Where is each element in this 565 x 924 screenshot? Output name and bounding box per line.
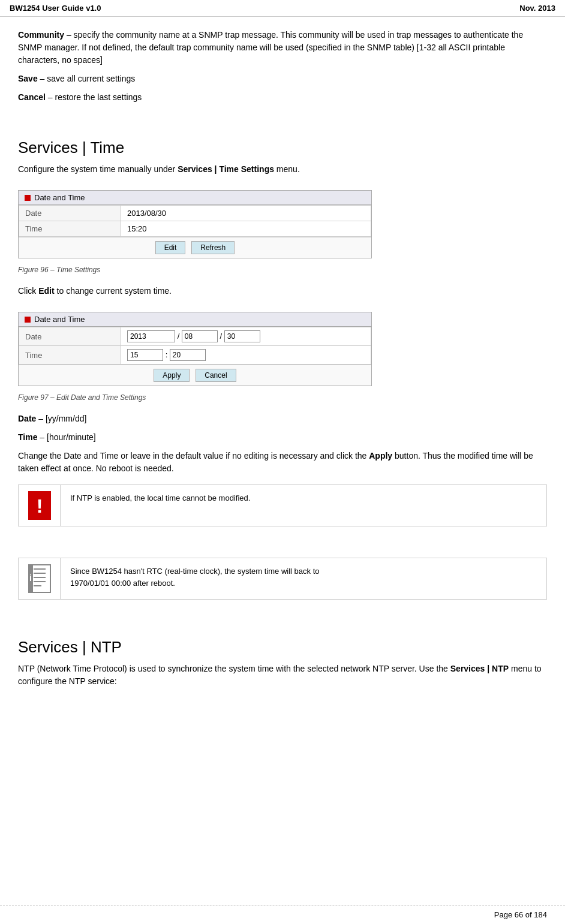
date-day-input[interactable] xyxy=(224,330,260,342)
click-edit-bold: Edit xyxy=(38,286,54,296)
info-text-line2: 1970/01/01 00:00 after reboot. xyxy=(70,579,175,588)
change-text1: Change the Date and Time or leave in the… xyxy=(18,451,369,461)
services-ntp-heading: Services | NTP xyxy=(18,638,547,657)
figure-97-icon xyxy=(25,317,31,323)
edit-date-label: Date xyxy=(19,327,121,346)
save-paragraph: Save – save all current settings xyxy=(18,73,547,85)
edit-time-label: Time xyxy=(19,346,121,365)
date-text: – [yy/mm/dd] xyxy=(36,414,86,423)
warning-icon-cell: ! xyxy=(19,485,61,526)
figure-96-table: Date 2013/08/30 Time 15:20 xyxy=(19,205,371,237)
svg-text:i: i xyxy=(29,573,32,583)
figure-97-title: Date and Time xyxy=(34,315,85,324)
page-number: Page 66 of 184 xyxy=(494,910,547,919)
date-bold: Date xyxy=(18,414,36,423)
community-paragraph: Community – specify the community name a… xyxy=(18,29,547,67)
cancel-label: Cancel xyxy=(18,92,46,102)
intro-text: Configure the system time manually under xyxy=(18,164,178,174)
figure-96: Date and Time Date 2013/08/30 Time 15:20… xyxy=(18,190,372,258)
time-text: – [hour/minute] xyxy=(37,432,95,442)
table-row: Time : xyxy=(19,346,371,365)
date-month-input[interactable] xyxy=(182,330,218,342)
community-text: – specify the community name at a SNMP t… xyxy=(18,30,523,65)
click-edit-paragraph: Click Edit to change current system time… xyxy=(18,285,547,297)
figure-96-title: Date and Time xyxy=(34,193,85,202)
date-description: Date – [yy/mm/dd] xyxy=(18,413,547,425)
intro-end: menu. xyxy=(274,164,300,174)
info-note-box: i Since BW1254 hasn't RTC (real-time clo… xyxy=(18,558,547,600)
figure-96-header: Date and Time xyxy=(19,191,371,205)
edit-button[interactable]: Edit xyxy=(155,241,186,254)
figure-97: Date and Time Date / / Time : xyxy=(18,312,372,386)
time-minute-input[interactable] xyxy=(170,349,206,361)
figure-96-caption: Figure 96 – Time Settings xyxy=(18,264,547,275)
warning-note-box: ! If NTP is enabled, the local time cann… xyxy=(18,484,547,526)
figure-97-table: Date / / Time : xyxy=(19,327,371,365)
fig97-cancel-button[interactable]: Cancel xyxy=(196,369,236,382)
page-header: BW1254 User Guide v1.0 Nov. 2013 xyxy=(0,0,565,17)
svg-text:!: ! xyxy=(36,495,43,517)
services-ntp-intro: NTP (Network Time Protocol) is used to s… xyxy=(18,663,547,688)
intro-bold: Services | Time Settings xyxy=(178,164,274,174)
warning-text: If NTP is enabled, the local time cannot… xyxy=(61,485,260,526)
table-row: Date 2013/08/30 xyxy=(19,206,371,221)
ntp-text1: NTP (Network Time Protocol) is used to s… xyxy=(18,664,450,673)
community-label: Community xyxy=(18,30,64,40)
edit-time-inputs: : xyxy=(121,346,371,365)
cancel-text: – restore the last settings xyxy=(46,92,142,102)
figure-97-buttons: Apply Cancel xyxy=(19,365,371,386)
refresh-button[interactable]: Refresh xyxy=(191,241,235,254)
info-icon-cell: i xyxy=(19,558,61,599)
time-value-cell: 15:20 xyxy=(121,221,371,237)
time-label-cell: Time xyxy=(19,221,121,237)
figure-96-buttons: Edit Refresh xyxy=(19,237,371,258)
info-icon: i xyxy=(28,564,51,593)
info-text: Since BW1254 hasn't RTC (real-time clock… xyxy=(61,558,329,599)
change-paragraph: Change the Date and Time or leave in the… xyxy=(18,450,547,475)
date-year-input[interactable] xyxy=(127,330,175,342)
apply-button[interactable]: Apply xyxy=(154,369,190,382)
info-text-line1: Since BW1254 hasn't RTC (real-time clock… xyxy=(70,567,320,576)
click-edit-end: to change current system time. xyxy=(55,286,172,296)
figure-96-icon xyxy=(25,195,31,201)
warning-icon: ! xyxy=(28,491,51,520)
ntp-bold: Services | NTP xyxy=(450,664,509,673)
figure-97-caption: Figure 97 – Edit Date and Time Settings xyxy=(18,392,547,403)
date-label-cell: Date xyxy=(19,206,121,221)
save-text: – save all current settings xyxy=(38,74,136,83)
date-value-cell: 2013/08/30 xyxy=(121,206,371,221)
services-time-intro: Configure the system time manually under… xyxy=(18,163,547,176)
save-label: Save xyxy=(18,74,38,83)
figure-97-header: Date and Time xyxy=(19,312,371,327)
cancel-paragraph: Cancel – restore the last settings xyxy=(18,91,547,104)
page-footer: Page 66 of 184 xyxy=(0,905,565,924)
time-description: Time – [hour/minute] xyxy=(18,431,547,444)
services-time-heading: Services | Time xyxy=(18,139,547,157)
change-bold: Apply xyxy=(369,451,392,461)
time-hour-input[interactable] xyxy=(127,349,163,361)
document-title: BW1254 User Guide v1.0 xyxy=(10,4,101,13)
main-content: Community – specify the community name a… xyxy=(0,17,565,742)
click-edit-text: Click xyxy=(18,286,38,296)
document-date: Nov. 2013 xyxy=(519,4,555,13)
table-row: Date / / xyxy=(19,327,371,346)
table-row: Time 15:20 xyxy=(19,221,371,237)
time-bold: Time xyxy=(18,432,37,442)
edit-date-inputs: / / xyxy=(121,327,371,346)
